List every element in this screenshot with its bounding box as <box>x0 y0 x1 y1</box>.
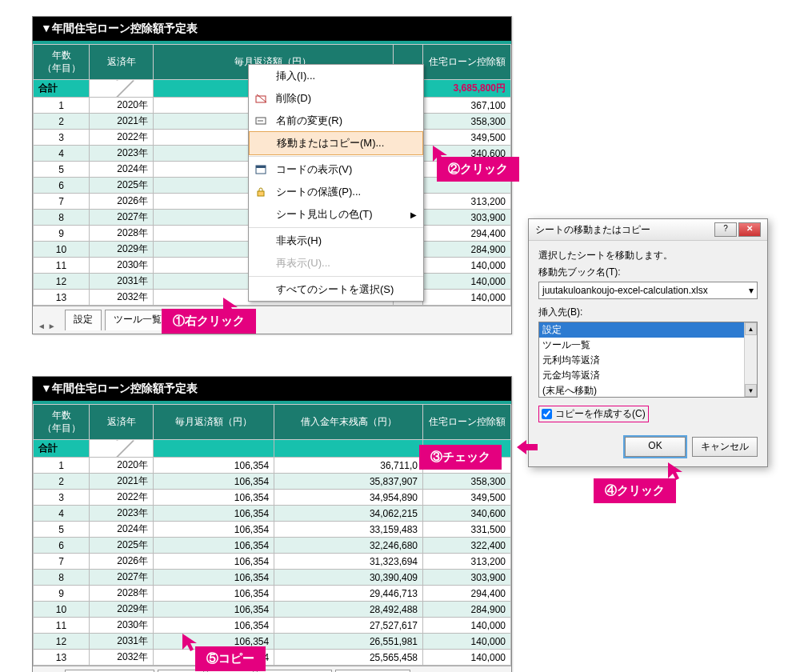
col-repay-year-2: 返済年 <box>90 405 154 440</box>
listbox-scrollbar[interactable]: ▲ ▼ <box>744 322 757 397</box>
ok-button[interactable]: OK <box>625 437 686 457</box>
table-title-2: ▼年間住宅ローン控除額予定表 <box>33 377 511 404</box>
annotation-4: ④クリック <box>594 478 676 503</box>
insert-label: 挿入先(B): <box>538 306 758 319</box>
svg-rect-5 <box>256 166 266 168</box>
workbook-label: 移動先ブック名(T): <box>538 266 758 279</box>
sum-total: 3,685,800円 <box>423 80 511 98</box>
menu-hide[interactable]: 非表示(H) <box>249 230 423 252</box>
table-row[interactable]: 32022年106,35434,954,890349,500 <box>34 490 511 506</box>
table-row[interactable]: 122031年106,35426,551,981140,000 <box>34 634 511 650</box>
svg-marker-9 <box>517 440 538 454</box>
table-row[interactable]: 62025年106,35432,246,680322,400 <box>34 538 511 554</box>
delete-icon <box>255 93 268 104</box>
table-row[interactable]: 72026年106,35431,323,694313,200 <box>34 554 511 570</box>
dialog-close-button[interactable]: ✕ <box>738 222 761 237</box>
dialog-message: 選択したシートを移動します。 <box>538 249 758 262</box>
table-row[interactable]: 22021年106,35435,837,907358,300 <box>34 474 511 490</box>
col-deduction: 住宅ローン控除額 <box>423 45 511 80</box>
dialog-title-bar: シートの移動またはコピー ? ✕ <box>529 219 767 241</box>
bottom-excel-panel: ▼年間住宅ローン控除額予定表 年数 （年目） 返済年 毎月返済額（円） 借入金年… <box>32 376 512 672</box>
list-item[interactable]: (末尾へ移動) <box>539 383 757 398</box>
workbook-select[interactable]: juutakuloankoujo-excel-calculation.xlsx … <box>538 282 758 299</box>
col-years: 年数 （年目） <box>34 45 90 80</box>
menu-protect[interactable]: シートの保護(P)... <box>249 181 423 203</box>
dialog-help-button[interactable]: ? <box>714 222 737 237</box>
svg-marker-7 <box>223 298 238 315</box>
list-item[interactable]: 元利均等返済 <box>539 353 757 368</box>
loan-table-bottom: 年数 （年目） 返済年 毎月返済額（円） 借入金年末残高（円） 住宅ローン控除額… <box>33 404 511 666</box>
protect-icon <box>255 186 268 198</box>
col-years-2: 年数 （年目） <box>34 405 90 440</box>
table-row[interactable]: 52024年106,35433,159,483331,500 <box>34 522 511 538</box>
insert-listbox[interactable]: 設定ツール一覧元利均等返済元金均等返済(末尾へ移動) ▲ ▼ <box>538 322 758 398</box>
col-deduction-2: 住宅ローン控除額 <box>423 405 511 440</box>
menu-insert[interactable]: 挿入(I)... <box>249 65 423 87</box>
list-item[interactable]: ツール一覧 <box>539 338 757 353</box>
table-title: ▼年間住宅ローン控除額予定表 <box>33 17 511 44</box>
dialog-title-text: シートの移動またはコピー <box>535 223 650 237</box>
svg-rect-0 <box>256 96 266 102</box>
menu-select-all[interactable]: すべてのシートを選択(S) <box>249 278 423 301</box>
table-row[interactable]: 112030年106,35427,527,617140,000 <box>34 618 511 634</box>
annotation-3: ③チェック <box>419 445 502 470</box>
svg-rect-6 <box>258 191 264 196</box>
tab-nav[interactable]: ◄ ► <box>38 322 56 330</box>
submenu-arrow-icon: ▶ <box>410 210 417 219</box>
table-row[interactable]: 102029年106,35428,492,488284,900 <box>34 602 511 618</box>
copy-checkbox-input[interactable] <box>542 409 552 419</box>
sheet-tabs-top: ◄ ► 設定ツール一覧元利均等 <box>33 306 511 334</box>
sheet-tab[interactable]: ツール一覧 <box>105 310 170 330</box>
annotation-1: ①右クリック <box>162 309 256 334</box>
table-row[interactable]: 42023年106,35434,062,215340,600 <box>34 506 511 522</box>
cancel-button[interactable]: キャンセル <box>692 437 758 457</box>
move-copy-dialog: シートの移動またはコピー ? ✕ 選択したシートを移動します。 移動先ブック名(… <box>528 218 768 467</box>
sheet-tabs-bottom: ◄ ► 元利均等返済 (2) 元利均等返済元金均等返済 <box>33 666 511 672</box>
menu-tab-color[interactable]: シート見出しの色(T) ▶ <box>249 203 423 226</box>
code-icon <box>255 164 268 175</box>
svg-marker-10 <box>668 462 682 480</box>
rename-icon <box>255 115 268 126</box>
table-row[interactable]: 132032年106,35425,565,458140,000 <box>34 650 511 666</box>
col-balance-2: 借入金年末残高（円） <box>274 405 423 440</box>
scroll-up-icon[interactable]: ▲ <box>745 322 757 335</box>
table-row[interactable]: 92028年106,35429,446,713294,400 <box>34 586 511 602</box>
list-item[interactable]: 設定 <box>539 322 757 338</box>
menu-delete[interactable]: 削除(D) <box>249 87 423 110</box>
menu-rename[interactable]: 名前の変更(R) <box>249 110 423 132</box>
table-row[interactable]: 82027年106,35430,390,409303,900 <box>34 570 511 586</box>
menu-move-copy[interactable]: 移動またはコピー(M)... <box>249 131 423 155</box>
menu-unhide: 再表示(U)... <box>249 252 423 274</box>
menu-view-code[interactable]: コードの表示(V) <box>249 158 423 181</box>
sum-label-2: 合計 <box>34 440 90 458</box>
svg-marker-8 <box>433 146 447 163</box>
sheet-tab[interactable]: 設定 <box>65 310 102 330</box>
sheet-context-menu: 挿入(I)... 削除(D) 名前の変更(R) 移動またはコピー(M)... コ… <box>248 64 424 302</box>
dropdown-icon: ▾ <box>749 285 754 296</box>
scroll-down-icon[interactable]: ▼ <box>745 384 757 397</box>
col-repay-year: 返済年 <box>90 45 154 80</box>
svg-marker-11 <box>182 634 197 651</box>
sum-label: 合計 <box>34 80 90 98</box>
annotation-5: ⑤コピー <box>195 646 266 671</box>
list-item[interactable]: 元金均等返済 <box>539 368 757 383</box>
col-monthly-2: 毎月返済額（円） <box>154 405 274 440</box>
copy-checkbox[interactable]: コピーを作成する(C) <box>538 406 649 422</box>
